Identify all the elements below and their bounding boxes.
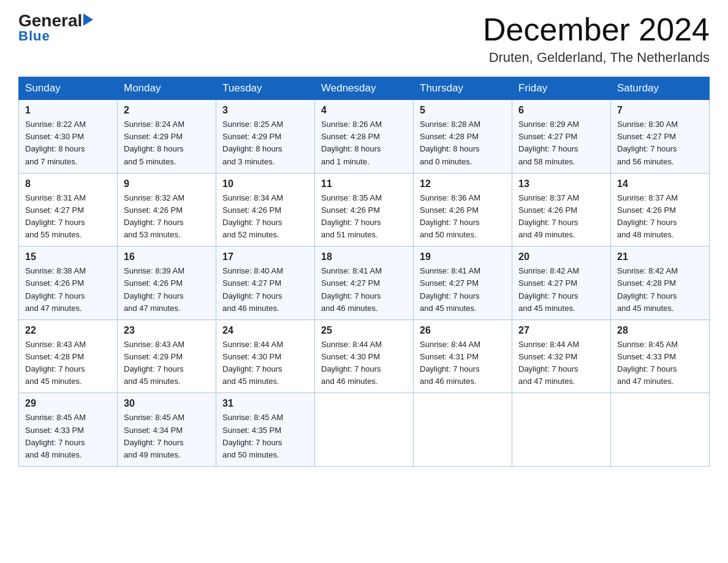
day-info: Sunrise: 8:40 AMSunset: 4:27 PMDaylight:… [222, 266, 283, 312]
day-info: Sunrise: 8:44 AMSunset: 4:30 PMDaylight:… [222, 340, 283, 386]
week-row-3: 15Sunrise: 8:38 AMSunset: 4:26 PMDayligh… [19, 247, 710, 320]
day-cell-9: 9Sunrise: 8:32 AMSunset: 4:26 PMDaylight… [118, 173, 216, 247]
day-number: 13 [518, 178, 604, 190]
day-info: Sunrise: 8:43 AMSunset: 4:28 PMDaylight:… [25, 340, 86, 386]
day-number: 8 [25, 178, 111, 190]
day-cell-15: 15Sunrise: 8:38 AMSunset: 4:26 PMDayligh… [19, 247, 118, 320]
day-info: Sunrise: 8:44 AMSunset: 4:30 PMDaylight:… [321, 340, 382, 386]
calendar-subtitle: Druten, Gelderland, The Netherlands [483, 50, 710, 66]
day-number: 30 [124, 398, 210, 409]
day-cell-8: 8Sunrise: 8:31 AMSunset: 4:27 PMDaylight… [19, 173, 118, 247]
day-number: 26 [420, 325, 506, 336]
day-number: 23 [124, 325, 210, 336]
day-number: 10 [222, 178, 308, 190]
day-cell-17: 17Sunrise: 8:40 AMSunset: 4:27 PMDayligh… [216, 247, 315, 320]
day-cell-19: 19Sunrise: 8:41 AMSunset: 4:27 PMDayligh… [414, 247, 512, 320]
day-number: 15 [25, 251, 111, 262]
day-number: 6 [518, 105, 604, 116]
day-info: Sunrise: 8:24 AMSunset: 4:29 PMDaylight:… [124, 120, 184, 166]
day-info: Sunrise: 8:43 AMSunset: 4:29 PMDaylight:… [124, 340, 184, 386]
day-info: Sunrise: 8:41 AMSunset: 4:27 PMDaylight:… [420, 266, 480, 312]
day-info: Sunrise: 8:36 AMSunset: 4:26 PMDaylight:… [420, 193, 480, 239]
day-info: Sunrise: 8:42 AMSunset: 4:28 PMDaylight:… [617, 266, 678, 312]
day-cell-4: 4Sunrise: 8:26 AMSunset: 4:28 PMDaylight… [315, 100, 414, 174]
day-cell-13: 13Sunrise: 8:37 AMSunset: 4:26 PMDayligh… [512, 173, 611, 247]
day-cell-29: 29Sunrise: 8:45 AMSunset: 4:33 PMDayligh… [19, 393, 118, 467]
day-number: 22 [25, 325, 111, 336]
day-cell-10: 10Sunrise: 8:34 AMSunset: 4:26 PMDayligh… [216, 173, 315, 247]
day-info: Sunrise: 8:31 AMSunset: 4:27 PMDaylight:… [25, 193, 86, 239]
day-info: Sunrise: 8:28 AMSunset: 4:28 PMDaylight:… [420, 120, 480, 166]
col-thursday: Thursday [414, 77, 512, 100]
day-number: 31 [222, 398, 308, 409]
day-number: 11 [321, 178, 407, 190]
day-cell-25: 25Sunrise: 8:44 AMSunset: 4:30 PMDayligh… [315, 320, 414, 393]
day-number: 9 [124, 178, 210, 190]
col-wednesday: Wednesday [315, 77, 414, 100]
col-tuesday: Tuesday [216, 77, 315, 100]
title-area: December 2024 Druten, Gelderland, The Ne… [483, 12, 710, 66]
day-info: Sunrise: 8:26 AMSunset: 4:28 PMDaylight:… [321, 120, 382, 166]
day-cell-26: 26Sunrise: 8:44 AMSunset: 4:31 PMDayligh… [414, 320, 512, 393]
day-cell-20: 20Sunrise: 8:42 AMSunset: 4:27 PMDayligh… [512, 247, 611, 320]
col-saturday: Saturday [611, 77, 710, 100]
day-cell-7: 7Sunrise: 8:30 AMSunset: 4:27 PMDaylight… [611, 100, 710, 174]
day-number: 24 [222, 325, 308, 336]
empty-cell [414, 393, 512, 467]
day-info: Sunrise: 8:30 AMSunset: 4:27 PMDaylight:… [617, 120, 678, 166]
day-number: 14 [617, 178, 703, 190]
day-info: Sunrise: 8:44 AMSunset: 4:31 PMDaylight:… [420, 340, 480, 386]
calendar-table: Sunday Monday Tuesday Wednesday Thursday… [18, 77, 710, 467]
day-cell-28: 28Sunrise: 8:45 AMSunset: 4:33 PMDayligh… [611, 320, 710, 393]
day-number: 17 [222, 251, 308, 262]
empty-cell [315, 393, 414, 467]
day-cell-14: 14Sunrise: 8:37 AMSunset: 4:26 PMDayligh… [611, 173, 710, 247]
day-info: Sunrise: 8:45 AMSunset: 4:33 PMDaylight:… [617, 340, 678, 386]
day-cell-31: 31Sunrise: 8:45 AMSunset: 4:35 PMDayligh… [216, 393, 315, 467]
day-cell-12: 12Sunrise: 8:36 AMSunset: 4:26 PMDayligh… [414, 173, 512, 247]
day-number: 5 [420, 105, 506, 116]
logo-general: General [18, 12, 82, 29]
day-info: Sunrise: 8:45 AMSunset: 4:34 PMDaylight:… [124, 413, 184, 459]
day-info: Sunrise: 8:42 AMSunset: 4:27 PMDaylight:… [518, 266, 579, 312]
day-number: 25 [321, 325, 407, 336]
day-number: 29 [25, 398, 111, 409]
day-info: Sunrise: 8:22 AMSunset: 4:30 PMDaylight:… [25, 120, 86, 166]
day-cell-22: 22Sunrise: 8:43 AMSunset: 4:28 PMDayligh… [19, 320, 118, 393]
day-cell-2: 2Sunrise: 8:24 AMSunset: 4:29 PMDaylight… [118, 100, 216, 174]
day-info: Sunrise: 8:29 AMSunset: 4:27 PMDaylight:… [518, 120, 579, 166]
day-cell-16: 16Sunrise: 8:39 AMSunset: 4:26 PMDayligh… [118, 247, 216, 320]
day-info: Sunrise: 8:37 AMSunset: 4:26 PMDaylight:… [617, 193, 678, 239]
day-number: 12 [420, 178, 506, 190]
day-number: 19 [420, 251, 506, 262]
day-info: Sunrise: 8:37 AMSunset: 4:26 PMDaylight:… [518, 193, 579, 239]
week-row-5: 29Sunrise: 8:45 AMSunset: 4:33 PMDayligh… [19, 393, 710, 467]
day-cell-27: 27Sunrise: 8:44 AMSunset: 4:32 PMDayligh… [512, 320, 611, 393]
logo: General Blue [18, 12, 93, 44]
empty-cell [512, 393, 611, 467]
day-info: Sunrise: 8:45 AMSunset: 4:35 PMDaylight:… [222, 413, 283, 459]
day-number: 18 [321, 251, 407, 262]
day-number: 2 [124, 105, 210, 116]
empty-cell [611, 393, 710, 467]
day-number: 4 [321, 105, 407, 116]
day-number: 27 [518, 325, 604, 336]
day-number: 7 [617, 105, 703, 116]
day-number: 16 [124, 251, 210, 262]
day-cell-1: 1Sunrise: 8:22 AMSunset: 4:30 PMDaylight… [19, 100, 118, 174]
day-info: Sunrise: 8:34 AMSunset: 4:26 PMDaylight:… [222, 193, 283, 239]
day-info: Sunrise: 8:39 AMSunset: 4:26 PMDaylight:… [124, 266, 184, 312]
col-friday: Friday [512, 77, 611, 100]
day-cell-5: 5Sunrise: 8:28 AMSunset: 4:28 PMDaylight… [414, 100, 512, 174]
day-number: 21 [617, 251, 703, 262]
day-info: Sunrise: 8:32 AMSunset: 4:26 PMDaylight:… [124, 193, 184, 239]
day-number: 28 [617, 325, 703, 336]
header: General Blue December 2024 Druten, Gelde… [18, 12, 710, 66]
calendar-title: December 2024 [483, 12, 710, 47]
day-info: Sunrise: 8:38 AMSunset: 4:26 PMDaylight:… [25, 266, 86, 312]
week-row-1: 1Sunrise: 8:22 AMSunset: 4:30 PMDaylight… [19, 100, 710, 174]
week-row-4: 22Sunrise: 8:43 AMSunset: 4:28 PMDayligh… [19, 320, 710, 393]
day-cell-21: 21Sunrise: 8:42 AMSunset: 4:28 PMDayligh… [611, 247, 710, 320]
day-cell-11: 11Sunrise: 8:35 AMSunset: 4:26 PMDayligh… [315, 173, 414, 247]
col-monday: Monday [118, 77, 216, 100]
